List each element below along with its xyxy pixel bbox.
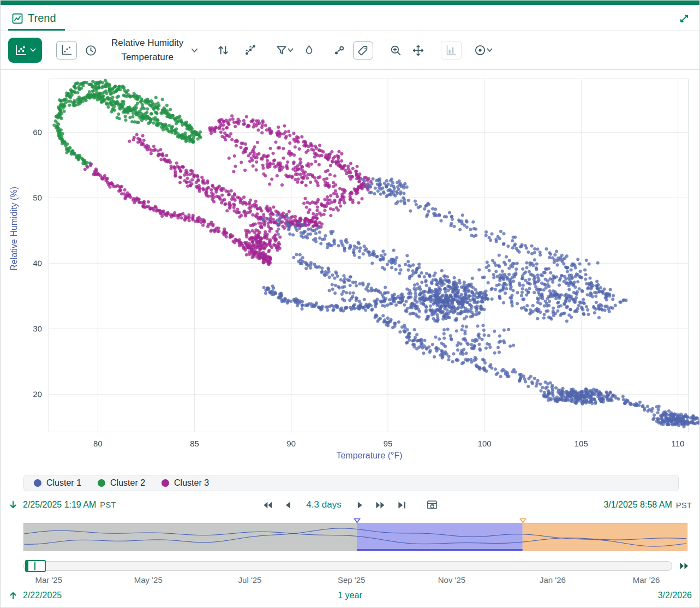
- chevron-down-icon: [30, 48, 36, 52]
- label-tag-button[interactable]: [353, 41, 373, 59]
- overview-range-duration[interactable]: 1 year: [338, 591, 362, 600]
- scatter-plot-canvas[interactable]: [1, 70, 699, 466]
- legend-item[interactable]: Cluster 1: [34, 478, 81, 488]
- signal-dropdown-chevron[interactable]: [189, 46, 200, 55]
- overview-axis-label: Nov '25: [438, 575, 465, 585]
- jump-to-latest-icon[interactable]: [678, 561, 691, 571]
- trend-app: Trend Relative Hum: [0, 0, 700, 608]
- header: Trend: [1, 5, 699, 31]
- legend: Cluster 1Cluster 2Cluster 3: [23, 475, 679, 491]
- auto-update-icon[interactable]: [424, 497, 440, 512]
- signal-label-humidity: Relative Humidity: [111, 36, 183, 50]
- signal-selector[interactable]: Relative Humidity Temperature: [111, 36, 183, 65]
- tab-trend[interactable]: Trend: [8, 7, 65, 31]
- legend-swatch: [34, 479, 41, 487]
- scatter-view-button[interactable]: [56, 41, 77, 59]
- investigate-range-bar: 2/22/2025 1 year 3/2/2026: [1, 585, 699, 601]
- toolbar: Relative Humidity Temperature: [1, 31, 699, 70]
- step-back-fast-icon[interactable]: [260, 499, 274, 511]
- overview-axis-label: Sep '25: [338, 575, 365, 585]
- skip-to-end-icon[interactable]: [396, 499, 408, 511]
- capsule-target-button[interactable]: [471, 41, 495, 59]
- overview-axis-label: May '25: [134, 575, 163, 585]
- droplet-button[interactable]: [301, 42, 317, 58]
- duration-label[interactable]: 4.3 days: [306, 499, 341, 510]
- legend-item[interactable]: Cluster 3: [161, 478, 209, 488]
- playback-controls: 4.3 days: [260, 497, 440, 512]
- display-range-start[interactable]: 2/25/2025 1:19 AMPST: [23, 500, 116, 510]
- collapse-timeline-icon[interactable]: [8, 500, 18, 510]
- brand-bar: [1, 1, 699, 5]
- step-forward-fast-icon[interactable]: [374, 499, 388, 511]
- selected-window-marker[interactable]: [354, 518, 361, 523]
- overview-slider-row: [23, 560, 691, 572]
- overview-axis-labels: Mar '25May '25Jul '25Sep '25Nov '25Jan '…: [23, 575, 687, 585]
- target-icon: [474, 44, 487, 57]
- overview-axis-label: Jan '26: [540, 575, 566, 585]
- chevron-down-icon: [288, 48, 294, 52]
- tag-icon: [357, 45, 369, 56]
- legend-swatch: [98, 479, 105, 487]
- scatter-chart-icon: [14, 44, 27, 57]
- overview-range-end[interactable]: 3/2/2026: [658, 591, 692, 600]
- timeline-strip-canvas[interactable]: [24, 523, 687, 551]
- trend-chart-icon: [11, 13, 23, 25]
- filter-button[interactable]: [273, 42, 296, 58]
- legend-swatch: [161, 479, 169, 487]
- display-range-end[interactable]: 3/1/2025 8:58 AMPST: [603, 500, 692, 510]
- x-axis-title: Temperature (°F): [336, 451, 402, 461]
- step-back-icon[interactable]: [282, 499, 292, 511]
- time-range-bar: 2/25/2025 1:19 AMPST 4.3 days: [1, 491, 699, 512]
- y-axis-title: Relative Humidity (%): [9, 187, 19, 271]
- legend-item[interactable]: Cluster 2: [98, 478, 145, 488]
- histogram-button[interactable]: [441, 41, 462, 59]
- overview-range-start[interactable]: 2/22/2025: [23, 591, 62, 600]
- tab-label: Trend: [28, 12, 56, 25]
- swap-axes-button[interactable]: [214, 41, 232, 59]
- legend-label: Cluster 3: [174, 478, 209, 488]
- signal-label-temperature: Temperature: [121, 50, 173, 64]
- legend-label: Cluster 1: [46, 478, 81, 488]
- overview-axis-label: Jul '25: [238, 575, 262, 585]
- expand-timeline-icon[interactable]: [8, 591, 18, 600]
- scatter-plot-area: Relative Humidity (%) Temperature (°F): [1, 70, 699, 466]
- expand-icon[interactable]: [677, 11, 692, 26]
- zoom-in-button[interactable]: [387, 42, 404, 59]
- jitter-points-button[interactable]: [242, 41, 259, 59]
- forecast-marker[interactable]: [519, 518, 527, 523]
- timeline-strip[interactable]: [23, 523, 687, 551]
- select-points-button[interactable]: [331, 42, 348, 58]
- pan-button[interactable]: [410, 42, 427, 59]
- overview-slider-track[interactable]: [23, 561, 672, 571]
- legend-label: Cluster 2: [110, 478, 145, 488]
- filter-icon: [276, 44, 288, 56]
- chevron-down-icon: [487, 48, 493, 52]
- chart-type-button[interactable]: [8, 38, 42, 63]
- time-view-button[interactable]: [82, 42, 99, 59]
- overview-axis-label: Mar '26: [633, 575, 660, 585]
- overview-slider-handle[interactable]: [25, 560, 46, 572]
- step-forward-icon[interactable]: [355, 499, 366, 511]
- overview-axis-label: Mar '25: [35, 575, 62, 585]
